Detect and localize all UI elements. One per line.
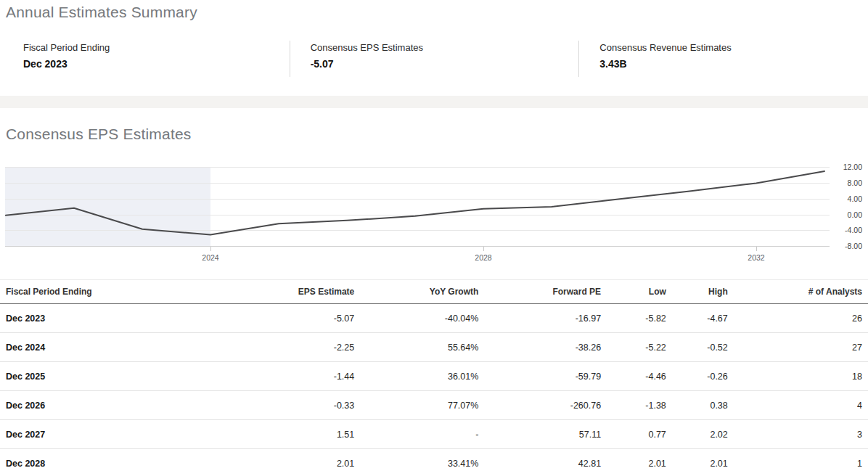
value-cell: 0.77 <box>601 420 666 449</box>
value-cell: 1.51 <box>229 420 354 449</box>
fiscal-period-cell: Dec 2027 <box>0 420 229 449</box>
section-title: Consensus EPS Estimates <box>6 125 862 144</box>
value-cell: 2.02 <box>666 420 728 449</box>
summary-label: Consensus Revenue Estimates <box>599 42 868 53</box>
value-cell: 4 <box>728 391 868 420</box>
estimates-table: Fiscal Period EndingEPS EstimateYoY Grow… <box>0 279 868 468</box>
chart-area: 12.008.004.000.00-4.00-8.00202420282032 <box>0 164 868 268</box>
column-header: EPS Estimate <box>229 280 354 304</box>
svg-text:2024: 2024 <box>202 253 219 262</box>
value-cell: -0.33 <box>229 391 354 420</box>
value-cell: -5.82 <box>601 304 666 333</box>
separator-band <box>0 96 868 108</box>
fiscal-period-cell: Dec 2024 <box>0 333 229 362</box>
column-header: Fiscal Period Ending <box>0 280 229 304</box>
summary-value: Dec 2023 <box>23 58 290 70</box>
fiscal-period-cell: Dec 2026 <box>0 391 229 420</box>
summary-value: 3.43B <box>599 58 868 70</box>
value-cell: -1.38 <box>601 391 666 420</box>
value-cell: 36.01% <box>354 362 478 391</box>
value-cell: 33.41% <box>354 449 478 468</box>
value-cell: 55.64% <box>354 333 478 362</box>
svg-text:8.00: 8.00 <box>848 178 863 187</box>
value-cell: -16.97 <box>478 304 601 333</box>
svg-text:0.00: 0.00 <box>848 210 863 219</box>
table-row: Dec 2024-2.2555.64%-38.26-5.22-0.5227 <box>0 333 868 362</box>
value-cell: -0.26 <box>666 362 728 391</box>
value-cell: 77.07% <box>354 391 478 420</box>
value-cell: -5.07 <box>229 304 354 333</box>
column-header: # of Analysts <box>728 280 868 304</box>
value-cell: -5.22 <box>601 333 666 362</box>
value-cell: -1.44 <box>229 362 354 391</box>
summary-bar: Fiscal Period Ending Dec 2023 Consensus … <box>0 41 868 77</box>
fiscal-period-cell: Dec 2028 <box>0 449 229 468</box>
table-row: Dec 2023-5.07-40.04%-16.97-5.82-4.6726 <box>0 304 868 333</box>
page-title: Annual Estimates Summary <box>6 3 862 22</box>
value-cell: 1 <box>728 449 868 468</box>
svg-text:-8.00: -8.00 <box>845 242 862 250</box>
summary-label: Fiscal Period Ending <box>23 42 290 53</box>
value-cell: -260.76 <box>478 391 601 420</box>
summary-label: Consensus EPS Estimates <box>311 42 579 53</box>
value-cell: -38.26 <box>478 333 601 362</box>
value-cell: -4.46 <box>601 362 666 391</box>
value-cell: 2.01 <box>666 449 728 468</box>
summary-item-eps-estimate: Consensus EPS Estimates -5.07 <box>290 41 579 77</box>
value-cell: 2.01 <box>601 449 666 468</box>
value-cell: 57.11 <box>478 420 601 449</box>
value-cell: -40.04% <box>354 304 478 333</box>
value-cell: 27 <box>728 333 868 362</box>
value-cell: 18 <box>728 362 868 391</box>
svg-text:-4.00: -4.00 <box>845 226 862 234</box>
eps-chart: 12.008.004.000.00-4.00-8.00202420282032 <box>0 164 868 268</box>
summary-item-revenue-estimate: Consensus Revenue Estimates 3.43B <box>578 41 868 77</box>
value-cell: 42.81 <box>478 449 601 468</box>
summary-value: -5.07 <box>311 58 579 70</box>
value-cell: -0.52 <box>666 333 728 362</box>
svg-text:12.00: 12.00 <box>843 164 862 171</box>
column-header: YoY Growth <box>354 280 478 304</box>
svg-text:2032: 2032 <box>748 253 765 262</box>
value-cell: 2.01 <box>229 449 354 468</box>
column-header: Low <box>601 280 666 304</box>
table-body: Dec 2023-5.07-40.04%-16.97-5.82-4.6726De… <box>0 304 868 468</box>
value-cell: 3 <box>728 420 868 449</box>
summary-item-fiscal-period: Fiscal Period Ending Dec 2023 <box>0 41 290 77</box>
value-cell: - <box>354 420 478 449</box>
column-header: Forward PE <box>478 280 601 304</box>
svg-text:2028: 2028 <box>475 253 492 262</box>
table-row: Dec 20271.51-57.110.772.023 <box>0 420 868 449</box>
value-cell: -2.25 <box>229 333 354 362</box>
value-cell: 26 <box>728 304 868 333</box>
value-cell: -4.67 <box>666 304 728 333</box>
fiscal-period-cell: Dec 2025 <box>0 362 229 391</box>
table-row: Dec 2025-1.4436.01%-59.79-4.46-0.2618 <box>0 362 868 391</box>
value-cell: -59.79 <box>478 362 601 391</box>
table-header-row: Fiscal Period EndingEPS EstimateYoY Grow… <box>0 280 868 304</box>
value-cell: 0.38 <box>666 391 728 420</box>
svg-text:4.00: 4.00 <box>848 194 863 203</box>
fiscal-period-cell: Dec 2023 <box>0 304 229 333</box>
table-row: Dec 20282.0133.41%42.812.012.011 <box>0 449 868 468</box>
column-header: High <box>666 280 728 304</box>
table-row: Dec 2026-0.3377.07%-260.76-1.380.384 <box>0 391 868 420</box>
